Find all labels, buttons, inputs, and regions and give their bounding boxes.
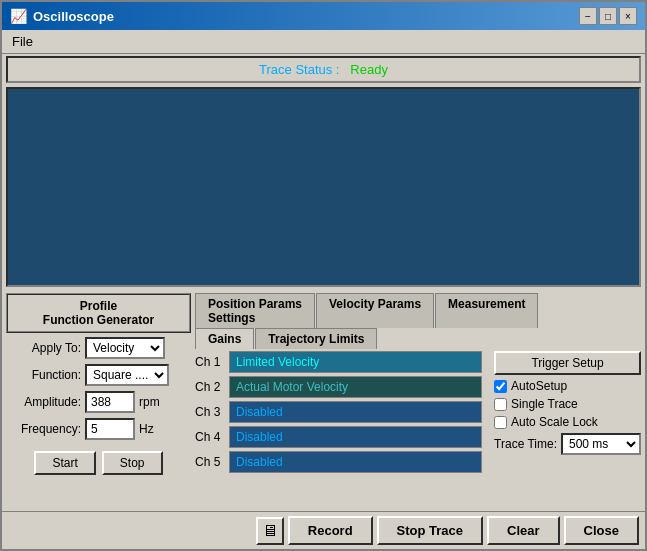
- close-button[interactable]: ×: [619, 7, 637, 25]
- ch4-value: Disabled: [236, 430, 283, 444]
- autosetup-label: AutoSetup: [511, 379, 567, 393]
- channel-row-5: Ch 5 Disabled: [195, 451, 482, 473]
- panel-title: Profile Function Generator: [6, 293, 191, 333]
- ch1-label: Ch 1: [195, 355, 225, 369]
- single-trace-row: Single Trace: [494, 397, 641, 411]
- apply-to-row: Apply To: Velocity Position: [6, 337, 191, 359]
- start-stop-row: Start Stop: [6, 451, 191, 475]
- tab-trajectory-limits[interactable]: Trajectory Limits: [255, 328, 377, 349]
- bottom-bar: 🖥 Record Stop Trace Clear Close: [2, 511, 645, 549]
- ch2-box[interactable]: Actual Motor Velocity: [229, 376, 482, 398]
- ch5-value: Disabled: [236, 455, 283, 469]
- autosetup-checkbox[interactable]: [494, 380, 507, 393]
- frequency-value: 5: [85, 418, 135, 440]
- ch3-box[interactable]: Disabled: [229, 401, 482, 423]
- ch1-box[interactable]: Limited Velocity: [229, 351, 482, 373]
- stop-trace-button[interactable]: Stop Trace: [377, 516, 483, 545]
- function-label: Function:: [6, 368, 81, 382]
- apply-to-label: Apply To:: [6, 341, 81, 355]
- frequency-unit: Hz: [139, 422, 154, 436]
- right-panel: Position ParamsSettings Velocity Params …: [195, 293, 641, 507]
- single-trace-label: Single Trace: [511, 397, 578, 411]
- amplitude-row: Amplitude: 388 rpm: [6, 391, 191, 413]
- trace-time-label: Trace Time:: [494, 437, 557, 451]
- bottom-icon[interactable]: 🖥: [256, 517, 284, 545]
- tabs-area: Position ParamsSettings Velocity Params …: [195, 293, 641, 351]
- window-icon: 📈: [10, 8, 27, 24]
- function-row: Function: Square .... Sine Triangle: [6, 364, 191, 386]
- trace-status-value: Ready: [350, 62, 388, 77]
- title-bar-left: 📈 Oscilloscope: [10, 8, 114, 24]
- stop-button[interactable]: Stop: [102, 451, 163, 475]
- close-button-bottom[interactable]: Close: [564, 516, 639, 545]
- window-title: Oscilloscope: [33, 9, 114, 24]
- amplitude-unit: rpm: [139, 395, 160, 409]
- tab-measurement[interactable]: Measurement: [435, 293, 538, 328]
- tab-row-top: Position ParamsSettings Velocity Params …: [195, 293, 641, 328]
- minimize-button[interactable]: −: [579, 7, 597, 25]
- channel-row-2: Ch 2 Actual Motor Velocity: [195, 376, 482, 398]
- grid-icon: 🖥: [262, 522, 278, 540]
- ch5-box[interactable]: Disabled: [229, 451, 482, 473]
- left-panel: Profile Function Generator Apply To: Vel…: [6, 293, 191, 507]
- title-bar: 📈 Oscilloscope − □ ×: [2, 2, 645, 30]
- frequency-row: Frequency: 5 Hz: [6, 418, 191, 440]
- panel-title-line2: Function Generator: [43, 313, 154, 327]
- record-button[interactable]: Record: [288, 516, 373, 545]
- right-options: Trigger Setup AutoSetup Single Trace Aut…: [486, 351, 641, 473]
- tab-gains[interactable]: Gains: [195, 328, 254, 349]
- start-button[interactable]: Start: [34, 451, 95, 475]
- frequency-label: Frequency:: [6, 422, 81, 436]
- tab-velocity-params[interactable]: Velocity Params: [316, 293, 434, 328]
- trace-time-row: Trace Time: 500 ms 250 ms 1 s 2 s: [494, 433, 641, 455]
- ch5-label: Ch 5: [195, 455, 225, 469]
- function-select[interactable]: Square .... Sine Triangle: [85, 364, 169, 386]
- clear-button[interactable]: Clear: [487, 516, 560, 545]
- auto-scale-lock-checkbox[interactable]: [494, 416, 507, 429]
- amplitude-value: 388: [85, 391, 135, 413]
- oscilloscope-screen: [6, 87, 641, 287]
- trace-time-select[interactable]: 500 ms 250 ms 1 s 2 s: [561, 433, 641, 455]
- channel-row-3: Ch 3 Disabled: [195, 401, 482, 423]
- autosetup-row: AutoSetup: [494, 379, 641, 393]
- ch1-value: Limited Velocity: [236, 355, 319, 369]
- channels-and-options: Ch 1 Limited Velocity Ch 2 Actual Motor …: [195, 351, 641, 473]
- menu-bar: File: [2, 30, 645, 54]
- ch2-label: Ch 2: [195, 380, 225, 394]
- trigger-setup-button[interactable]: Trigger Setup: [494, 351, 641, 375]
- file-menu[interactable]: File: [6, 32, 39, 51]
- channel-row-4: Ch 4 Disabled: [195, 426, 482, 448]
- ch4-box[interactable]: Disabled: [229, 426, 482, 448]
- ch4-label: Ch 4: [195, 430, 225, 444]
- trace-status-bar: Trace Status : Ready: [6, 56, 641, 83]
- ch3-value: Disabled: [236, 405, 283, 419]
- maximize-button[interactable]: □: [599, 7, 617, 25]
- channels-area: Ch 1 Limited Velocity Ch 2 Actual Motor …: [195, 351, 482, 473]
- channel-row-1: Ch 1 Limited Velocity: [195, 351, 482, 373]
- trace-status-label: Trace Status :: [259, 62, 339, 77]
- ch2-value: Actual Motor Velocity: [236, 380, 348, 394]
- auto-scale-lock-label: Auto Scale Lock: [511, 415, 598, 429]
- ch3-label: Ch 3: [195, 405, 225, 419]
- main-window: 📈 Oscilloscope − □ × File Trace Status :…: [0, 0, 647, 551]
- main-content: Profile Function Generator Apply To: Vel…: [2, 289, 645, 511]
- tab-position-params[interactable]: Position ParamsSettings: [195, 293, 315, 328]
- tab-row-bottom: Gains Trajectory Limits: [195, 328, 641, 349]
- title-bar-controls: − □ ×: [579, 7, 637, 25]
- auto-scale-lock-row: Auto Scale Lock: [494, 415, 641, 429]
- apply-to-select[interactable]: Velocity Position: [85, 337, 165, 359]
- amplitude-label: Amplitude:: [6, 395, 81, 409]
- panel-title-line1: Profile: [80, 299, 117, 313]
- single-trace-checkbox[interactable]: [494, 398, 507, 411]
